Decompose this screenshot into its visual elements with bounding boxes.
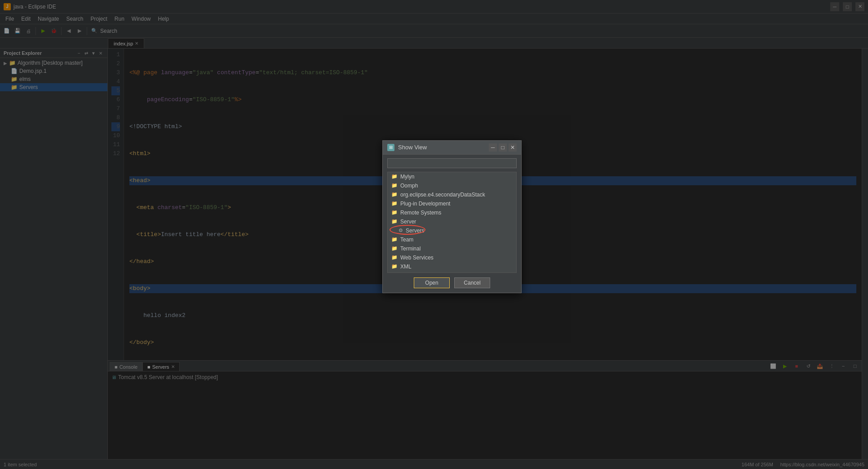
- remotesys-folder-icon: 📁: [391, 210, 398, 215]
- dialog-title-bar: ⊞ Show View ─ □ ✕: [383, 141, 521, 155]
- mylyn-folder-icon: 📁: [391, 174, 398, 179]
- dialog-title-buttons: ─ □ ✕: [489, 143, 517, 152]
- mylyn-label: Mylyn: [400, 174, 414, 180]
- list-item-terminal[interactable]: 📁 Terminal: [388, 244, 516, 253]
- list-item-plugin-dev[interactable]: 📁 Plug-in Development: [388, 199, 516, 208]
- list-item-mylyn[interactable]: 📁 Mylyn: [388, 172, 516, 181]
- terminal-label: Terminal: [400, 246, 421, 252]
- cancel-button[interactable]: Cancel: [454, 277, 490, 288]
- webservices-label: Web Services: [400, 255, 434, 261]
- server-label: Server: [400, 219, 416, 225]
- team-label: Team: [400, 237, 413, 243]
- list-item-server[interactable]: 📁 Server: [388, 217, 516, 226]
- dialog-maximize-button[interactable]: □: [499, 143, 507, 152]
- plugindev-folder-icon: 📁: [391, 201, 398, 206]
- xml-folder-icon: 📁: [391, 264, 398, 269]
- list-item-servers[interactable]: ⚙ Servers: [388, 226, 516, 235]
- dialog-list-wrapper: 📁 Mylyn 📁 Oomph 📁 org.eclipse.e4.seconda…: [387, 172, 517, 273]
- dialog-search-input[interactable]: [387, 158, 517, 168]
- dialog-minimize-button[interactable]: ─: [489, 143, 497, 152]
- server-folder-icon: 📁: [391, 219, 398, 224]
- e4-folder-icon: 📁: [391, 192, 398, 197]
- servers-list-label: Servers: [406, 228, 424, 234]
- show-view-dialog: ⊞ Show View ─ □ ✕ 📁 Mylyn 📁 Oomph: [382, 140, 522, 293]
- webservices-folder-icon: 📁: [391, 255, 398, 260]
- team-folder-icon: 📁: [391, 237, 398, 242]
- list-item-oomph[interactable]: 📁 Oomph: [388, 181, 516, 190]
- remotesys-label: Remote Systems: [400, 210, 441, 216]
- list-item-xml[interactable]: 📁 XML: [388, 262, 516, 271]
- list-item-e4[interactable]: 📁 org.eclipse.e4.secondaryDataStack: [388, 190, 516, 199]
- oomph-folder-icon: 📁: [391, 183, 398, 188]
- list-item-webservices[interactable]: 📁 Web Services: [388, 253, 516, 262]
- servers-list-icon: ⚙: [399, 228, 403, 233]
- dialog-list[interactable]: 📁 Mylyn 📁 Oomph 📁 org.eclipse.e4.seconda…: [388, 172, 516, 272]
- dialog-title-text: Show View: [398, 144, 489, 151]
- plugindev-label: Plug-in Development: [400, 201, 450, 207]
- dialog-icon: ⊞: [387, 144, 394, 151]
- xml-label: XML: [400, 264, 412, 270]
- dialog-search-area: [383, 155, 521, 172]
- open-button[interactable]: Open: [414, 277, 450, 288]
- oomph-label: Oomph: [400, 183, 418, 189]
- list-item-team[interactable]: 📁 Team: [388, 235, 516, 244]
- dialog-close-button[interactable]: ✕: [509, 143, 517, 152]
- terminal-folder-icon: 📁: [391, 246, 398, 251]
- list-item-remote-systems[interactable]: 📁 Remote Systems: [388, 208, 516, 217]
- e4-label: org.eclipse.e4.secondaryDataStack: [400, 192, 485, 198]
- dialog-buttons: Open Cancel: [383, 273, 521, 293]
- modal-overlay: ⊞ Show View ─ □ ✕ 📁 Mylyn 📁 Oomph: [0, 0, 868, 469]
